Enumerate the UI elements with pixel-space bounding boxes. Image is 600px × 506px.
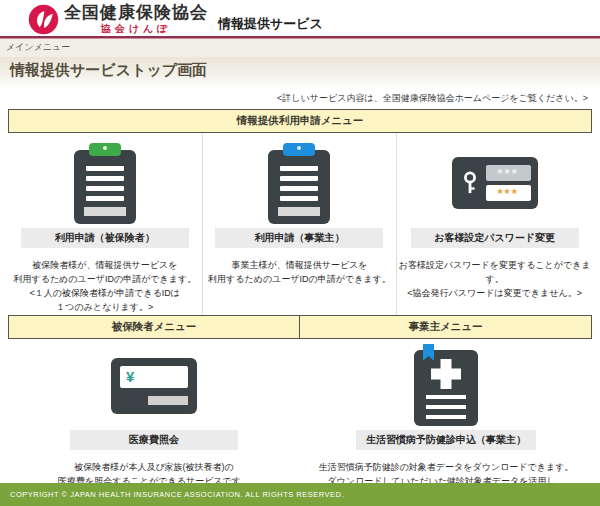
cell-checkup-apply: 生活習慣病予防健診申込（事業主） 生活習慣病予防健診の対象者データをダウンロード… [300,339,592,506]
yen-symbol: ¥ [126,369,134,384]
clipboard-clip [283,143,315,156]
menu-item-apply-insured[interactable] [74,143,136,224]
medical-cross-icon [431,359,461,389]
lower-menu-grid: ¥ 医療費照会 被保険者様が本人及び家族(被扶養者)の 医療費を照会することがで… [8,339,592,506]
menu-item-label-apply-insured[interactable]: 利用申請（被保険者） [21,228,189,248]
menu-item-label-password-change[interactable]: お客様設定パスワード変更 [411,228,579,248]
description-password-change: お客様設定パスワードを変更することができます。 <協会発行パスワードは変更できま… [397,259,592,301]
menu-item-label-checkup-apply[interactable]: 生活習慣病予防健診申込（事業主） [356,430,536,450]
menu-item-label-medical-expense[interactable]: 医療費照会 [70,430,238,450]
menu-item-checkup-apply[interactable] [414,346,478,426]
service-note: <詳しいサービス内容は、全国健康保険協会ホームページをご覧ください。> [0,89,600,109]
main-content: 情報提供利用申請メニュー 利用申請（被保険者） 被保険者様が、情報提供サービスを… [8,109,592,506]
org-name: 全国健康保険協会 [64,3,208,23]
section-banner-application-menu: 情報提供利用申請メニュー [8,109,592,133]
clipboard-blue-icon [268,150,330,224]
password-field-new: *** [486,185,531,201]
menu-item-medical-expense[interactable]: ¥ [111,358,197,414]
org-subtitle: 協会けんぽ [64,23,208,34]
org-block: 全国健康保険協会 協会けんぽ [64,3,208,34]
clipboard-clip [89,143,121,156]
medical-checkup-icon [414,350,478,426]
cell-apply-insured: 利用申請（被保険者） 被保険者様が、情報提供サービスを 利用するためのユーザID… [8,133,203,315]
header: 全国健康保険協会 協会けんぽ 情報提供サービス [0,0,600,38]
page-title: 情報提供サービストップ画面 [0,57,600,89]
service-title: 情報提供サービス [218,15,323,33]
menu-item-apply-employer[interactable] [268,143,330,224]
yen-card-icon: ¥ [111,358,197,414]
lower-section-banners: 被保険者メニュー 事業主メニュー [8,315,592,339]
clipboard-green-icon [74,150,136,224]
breadcrumb: メインメニュー [0,38,600,57]
section-banner-insured-menu: 被保険者メニュー [8,315,300,339]
description-apply-employer: 事業主様が、情報提供サービスを 利用するためのユーザIDの申請ができます。 [203,259,397,287]
description-apply-insured: 被保険者様が、情報提供サービスを 利用するためのユーザIDの申請ができます。 <… [8,259,202,315]
cell-apply-employer: 利用申請（事業主） 事業主様が、情報提供サービスを 利用するためのユーザIDの申… [203,133,398,315]
kyokai-kenpo-logo-icon [28,4,59,35]
section-banner-employer-menu: 事業主メニュー [300,315,592,339]
page: 全国健康保険協会 協会けんぽ 情報提供サービス メインメニュー 情報提供サービス… [0,0,600,506]
password-field-masked: *** [486,165,531,181]
footer-copyright: COPYRIGHT © JAPAN HEALTH INSURANCE ASSOC… [0,483,600,506]
password-key-icon: *** *** [452,157,538,209]
menu-item-password-change[interactable]: *** *** [452,157,538,209]
cell-password-change: *** *** お客様設定パスワード変更 お客様設定パスワードを変更することがで… [397,133,592,315]
breadcrumb-label: メインメニュー [6,42,70,52]
cell-medical-expense: ¥ 医療費照会 被保険者様が本人及び家族(被扶養者)の 医療費を照会することがで… [8,339,300,506]
menu-item-label-apply-employer[interactable]: 利用申請（事業主） [215,228,383,248]
application-menu-grid: 利用申請（被保険者） 被保険者様が、情報提供サービスを 利用するためのユーザID… [8,133,592,315]
key-icon [459,170,481,196]
